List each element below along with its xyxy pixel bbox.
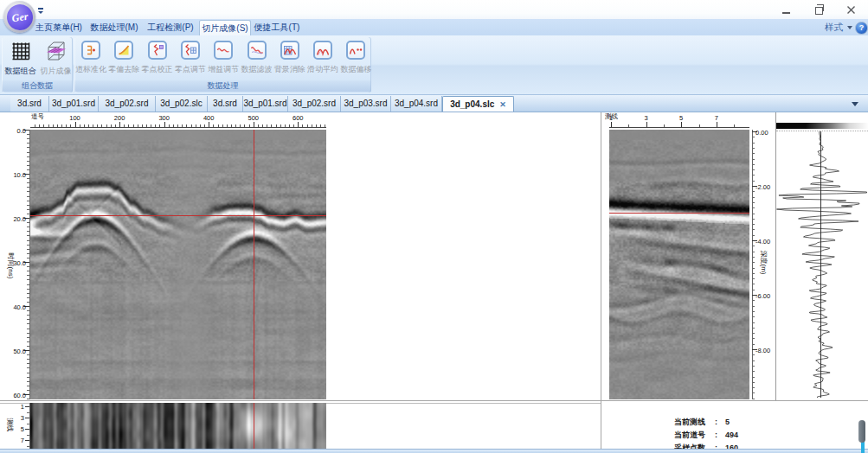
axis-tick (119, 122, 120, 127)
slider-thumb[interactable] (858, 420, 865, 443)
axis-tick-label: -2.00 (755, 183, 770, 191)
axis-tick (280, 124, 281, 127)
document-tab-2[interactable]: 3d_p01.srd (49, 96, 99, 112)
crossline-image[interactable] (609, 130, 749, 399)
axis-tick (752, 207, 755, 208)
ribbon-button-2-9[interactable]: 数据偏移 (339, 39, 372, 79)
ribbon-button-1-2[interactable]: 切片成像 (38, 39, 74, 79)
ribbon-button-label: 背景消除 (273, 65, 306, 73)
document-tab-8[interactable]: 3d_p03.srd (341, 96, 391, 112)
crossline-y-axis-title: 深度(m) (759, 246, 768, 280)
close-button[interactable] (839, 3, 862, 16)
axis-tick (699, 124, 700, 127)
axis-tick (173, 124, 174, 127)
axis-tick (27, 152, 29, 153)
axis-tick (752, 316, 755, 317)
axis-tick (155, 124, 156, 127)
axis-tick (752, 169, 755, 170)
app-logo-button[interactable]: Ger (3, 1, 35, 33)
menu-tab-4[interactable]: 切片成像(S) (199, 20, 251, 36)
document-tab-3[interactable]: 3d_p02.srd (99, 96, 156, 112)
help-icon[interactable]: ? (855, 22, 868, 35)
document-tab-label: 3d_p03.srd (344, 99, 387, 108)
axis-tick (27, 323, 29, 324)
horizontal-splitter[interactable] (0, 400, 868, 401)
status-value: 494 (725, 431, 738, 439)
axis-tick (752, 322, 755, 323)
crossline-marker-line (609, 213, 749, 214)
minimize-button[interactable] (775, 3, 797, 16)
axis-tick (27, 424, 29, 424)
axis-tick (27, 138, 29, 139)
ribbon-button-label: 数据滤波 (241, 65, 273, 73)
zero-offset-remove-icon (116, 42, 132, 58)
ribbon-button-2-7[interactable]: 背景消除 (273, 39, 306, 79)
ribbon-button-label: 道标准化 (74, 65, 107, 73)
ribbon-button-2-8[interactable]: 滑动平均 (306, 39, 339, 79)
axis-tick-label: 5 (664, 114, 698, 122)
quick-access-chevron-down-icon[interactable] (36, 8, 44, 15)
ribbon-button-2-2[interactable]: 零偏去除 (107, 39, 140, 79)
axis-tick (27, 412, 29, 413)
document-tab-7[interactable]: 3d_p02.srd (288, 96, 341, 112)
axis-tick (213, 124, 214, 127)
menu-tab-1[interactable]: 主页菜单(H) (34, 19, 84, 35)
crosshair-horizontal-line (30, 215, 326, 216)
ribbon-button-1-1[interactable]: 数据组合 (3, 39, 38, 79)
document-tab-4[interactable]: 3d_p02.slc (156, 96, 208, 112)
ribbon-button-label: 增益调节 (207, 65, 240, 73)
axis-tick (752, 148, 755, 149)
menu-tab-5[interactable]: 便捷工具(T) (252, 19, 302, 35)
style-dropdown-button[interactable]: 样式 (825, 19, 843, 35)
document-tab-10[interactable]: 3d_p04.slc✕ (442, 96, 514, 112)
document-tab-6[interactable]: 3d_p01.srd (243, 96, 288, 112)
axis-tick-label: 300 (147, 114, 182, 122)
axis-tick (27, 390, 29, 391)
axis-tick-label: 1 (594, 114, 628, 122)
axis-tick (25, 406, 29, 407)
ribbon-button-2-5[interactable]: 增益调节 (207, 39, 240, 79)
tab-close-icon[interactable]: ✕ (499, 100, 506, 109)
axis-tick (27, 214, 29, 214)
document-tab-9[interactable]: 3d_p04.srd (391, 96, 442, 112)
menu-tab-2[interactable]: 数据处理(M) (89, 19, 139, 35)
status-bar (0, 449, 868, 453)
ribbon-button-2-6[interactable]: 数据滤波 (241, 39, 273, 79)
axis-tick (101, 124, 102, 127)
menu-tab-3[interactable]: 工程检测(P) (145, 19, 196, 35)
bscan-image[interactable] (30, 130, 326, 399)
axis-tick (752, 306, 755, 307)
axis-tick (27, 302, 29, 303)
status-separator: : (715, 418, 725, 426)
sliding-average-icon (315, 42, 331, 58)
ribbon-group-2: 数据处理 道标准化 零偏去除 零点校正 零点调节 增益调节 数据滤波 背景消除 … (74, 37, 371, 93)
axis-tick (27, 310, 29, 311)
axis-tick (25, 429, 29, 430)
axis-tick (27, 329, 29, 329)
axis-tick (276, 124, 277, 127)
axis-tick-label: -6.00 (755, 292, 770, 300)
trace-wiggle-plot[interactable] (775, 131, 868, 399)
ribbon-button-2-3[interactable]: 零点校正 (141, 39, 174, 79)
slice-image[interactable] (30, 403, 326, 449)
axis-tick (27, 266, 29, 267)
document-tab-1[interactable]: 3d.srd (10, 96, 49, 112)
gain-adjust-icon (214, 41, 233, 61)
axis-tick (752, 328, 755, 329)
ribbon-button-2-1[interactable]: 道标准化 (74, 39, 107, 79)
vertical-splitter[interactable] (601, 112, 601, 449)
axis-tick (27, 373, 29, 373)
axis-tick (27, 359, 29, 360)
axis-tick (25, 440, 29, 441)
axis-tick (752, 300, 755, 301)
tab-overflow-chevron-down-icon[interactable] (852, 102, 858, 106)
document-tab-label: 3d_p01.srd (243, 99, 286, 108)
axis-tick (752, 229, 755, 230)
ribbon-button-label: 数据组合 (3, 67, 38, 75)
ribbon-button-2-4[interactable]: 零点调节 (174, 39, 207, 79)
axis-tick (57, 124, 58, 127)
zero-offset-remove-icon (114, 41, 133, 61)
restore-button[interactable] (807, 3, 830, 16)
axis-tick (752, 387, 755, 388)
document-tab-5[interactable]: 3d.srd (208, 96, 243, 112)
